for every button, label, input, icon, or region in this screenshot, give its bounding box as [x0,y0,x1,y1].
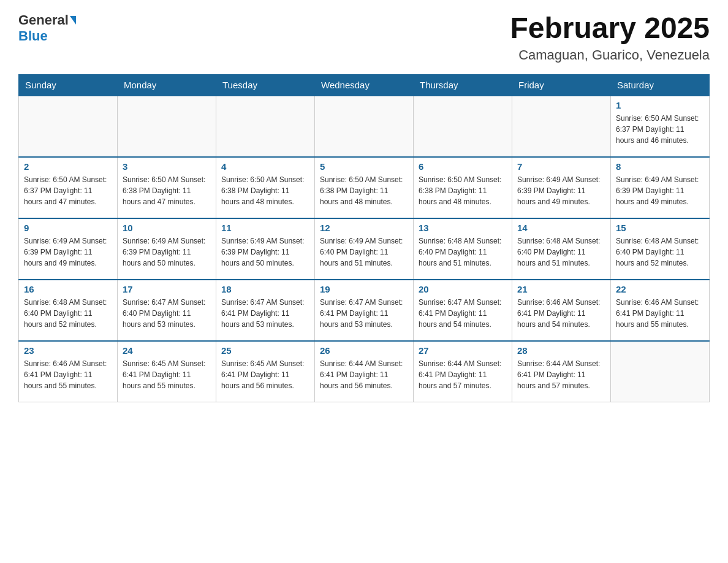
calendar-cell: 25Sunrise: 6:45 AM Sunset: 6:41 PM Dayli… [216,341,315,402]
day-number: 3 [123,161,211,172]
calendar-cell [611,341,710,402]
day-info: Sunrise: 6:49 AM Sunset: 6:39 PM Dayligh… [221,236,309,269]
day-info: Sunrise: 6:50 AM Sunset: 6:38 PM Dayligh… [320,174,408,207]
day-number: 20 [419,284,507,294]
day-info: Sunrise: 6:50 AM Sunset: 6:38 PM Dayligh… [419,174,507,207]
calendar-cell: 22Sunrise: 6:46 AM Sunset: 6:41 PM Dayli… [611,280,710,341]
day-number: 11 [221,223,309,233]
calendar-cell [512,96,611,157]
day-number: 2 [24,161,112,172]
calendar-header: SundayMondayTuesdayWednesdayThursdayFrid… [19,74,710,96]
day-number: 19 [320,284,408,294]
page-header: General Blue February 2025 Camaguan, Gua… [18,12,710,63]
day-info: Sunrise: 6:48 AM Sunset: 6:40 PM Dayligh… [419,236,507,269]
calendar-cell: 7Sunrise: 6:49 AM Sunset: 6:39 PM Daylig… [512,157,611,218]
calendar-week-0: 1Sunrise: 6:50 AM Sunset: 6:37 PM Daylig… [19,96,710,157]
logo: General Blue [18,12,76,44]
calendar-cell [315,96,414,157]
calendar-cell [19,96,118,157]
day-info: Sunrise: 6:49 AM Sunset: 6:39 PM Dayligh… [123,236,211,269]
header-cell-monday: Monday [118,74,216,96]
day-number: 8 [616,161,704,172]
calendar-cell: 10Sunrise: 6:49 AM Sunset: 6:39 PM Dayli… [118,218,216,280]
day-number: 6 [419,161,507,172]
logo-arrow-icon [70,16,76,25]
day-info: Sunrise: 6:47 AM Sunset: 6:41 PM Dayligh… [320,297,408,330]
calendar-cell: 18Sunrise: 6:47 AM Sunset: 6:41 PM Dayli… [216,280,315,341]
logo-general-text: General [18,12,69,28]
calendar-cell: 24Sunrise: 6:45 AM Sunset: 6:41 PM Dayli… [118,341,216,402]
calendar-cell [414,96,512,157]
calendar-cell: 17Sunrise: 6:47 AM Sunset: 6:40 PM Dayli… [118,280,216,341]
location-title: Camaguan, Guarico, Venezuela [510,47,710,63]
day-info: Sunrise: 6:44 AM Sunset: 6:41 PM Dayligh… [517,358,605,391]
day-info: Sunrise: 6:50 AM Sunset: 6:37 PM Dayligh… [616,113,704,146]
day-number: 10 [123,223,211,233]
header-cell-sunday: Sunday [19,74,118,96]
day-info: Sunrise: 6:46 AM Sunset: 6:41 PM Dayligh… [616,297,704,330]
day-info: Sunrise: 6:44 AM Sunset: 6:41 PM Dayligh… [419,358,507,391]
day-number: 4 [221,161,309,172]
calendar-table: SundayMondayTuesdayWednesdayThursdayFrid… [18,74,710,403]
day-info: Sunrise: 6:44 AM Sunset: 6:41 PM Dayligh… [320,358,408,391]
calendar-cell: 1Sunrise: 6:50 AM Sunset: 6:37 PM Daylig… [611,96,710,157]
header-cell-saturday: Saturday [611,74,710,96]
day-info: Sunrise: 6:47 AM Sunset: 6:41 PM Dayligh… [419,297,507,330]
day-info: Sunrise: 6:48 AM Sunset: 6:40 PM Dayligh… [616,236,704,269]
day-number: 24 [123,345,211,356]
day-info: Sunrise: 6:47 AM Sunset: 6:41 PM Dayligh… [221,297,309,330]
calendar-cell: 26Sunrise: 6:44 AM Sunset: 6:41 PM Dayli… [315,341,414,402]
calendar-body: 1Sunrise: 6:50 AM Sunset: 6:37 PM Daylig… [19,96,710,402]
calendar-cell: 9Sunrise: 6:49 AM Sunset: 6:39 PM Daylig… [19,218,118,280]
header-cell-wednesday: Wednesday [315,74,414,96]
day-number: 15 [616,223,704,233]
calendar-cell: 3Sunrise: 6:50 AM Sunset: 6:38 PM Daylig… [118,157,216,218]
day-number: 14 [517,223,605,233]
header-cell-friday: Friday [512,74,611,96]
calendar-cell: 19Sunrise: 6:47 AM Sunset: 6:41 PM Dayli… [315,280,414,341]
title-block: February 2025 Camaguan, Guarico, Venezue… [510,12,710,63]
day-info: Sunrise: 6:46 AM Sunset: 6:41 PM Dayligh… [24,358,112,391]
day-number: 7 [517,161,605,172]
day-info: Sunrise: 6:48 AM Sunset: 6:40 PM Dayligh… [24,297,112,330]
day-info: Sunrise: 6:50 AM Sunset: 6:38 PM Dayligh… [221,174,309,207]
day-number: 17 [123,284,211,294]
day-info: Sunrise: 6:49 AM Sunset: 6:39 PM Dayligh… [616,174,704,207]
day-number: 5 [320,161,408,172]
calendar-cell: 12Sunrise: 6:49 AM Sunset: 6:40 PM Dayli… [315,218,414,280]
calendar-cell: 2Sunrise: 6:50 AM Sunset: 6:37 PM Daylig… [19,157,118,218]
day-number: 12 [320,223,408,233]
month-title: February 2025 [510,12,710,45]
day-info: Sunrise: 6:45 AM Sunset: 6:41 PM Dayligh… [221,358,309,391]
day-number: 13 [419,223,507,233]
calendar-cell [118,96,216,157]
day-info: Sunrise: 6:47 AM Sunset: 6:40 PM Dayligh… [123,297,211,330]
calendar-cell: 16Sunrise: 6:48 AM Sunset: 6:40 PM Dayli… [19,280,118,341]
day-info: Sunrise: 6:46 AM Sunset: 6:41 PM Dayligh… [517,297,605,330]
calendar-cell [216,96,315,157]
day-number: 1 [616,100,704,110]
logo-blue-text: Blue [18,28,48,44]
day-number: 22 [616,284,704,294]
day-number: 23 [24,345,112,356]
calendar-cell: 28Sunrise: 6:44 AM Sunset: 6:41 PM Dayli… [512,341,611,402]
day-info: Sunrise: 6:50 AM Sunset: 6:37 PM Dayligh… [24,174,112,207]
calendar-week-2: 9Sunrise: 6:49 AM Sunset: 6:39 PM Daylig… [19,218,710,280]
day-info: Sunrise: 6:49 AM Sunset: 6:39 PM Dayligh… [517,174,605,207]
header-cell-thursday: Thursday [414,74,512,96]
day-number: 26 [320,345,408,356]
calendar-cell: 20Sunrise: 6:47 AM Sunset: 6:41 PM Dayli… [414,280,512,341]
day-number: 25 [221,345,309,356]
day-info: Sunrise: 6:48 AM Sunset: 6:40 PM Dayligh… [517,236,605,269]
header-cell-tuesday: Tuesday [216,74,315,96]
calendar-cell: 15Sunrise: 6:48 AM Sunset: 6:40 PM Dayli… [611,218,710,280]
day-info: Sunrise: 6:50 AM Sunset: 6:38 PM Dayligh… [123,174,211,207]
calendar-cell: 21Sunrise: 6:46 AM Sunset: 6:41 PM Dayli… [512,280,611,341]
calendar-cell: 13Sunrise: 6:48 AM Sunset: 6:40 PM Dayli… [414,218,512,280]
calendar-week-4: 23Sunrise: 6:46 AM Sunset: 6:41 PM Dayli… [19,341,710,402]
day-info: Sunrise: 6:49 AM Sunset: 6:39 PM Dayligh… [24,236,112,269]
day-number: 21 [517,284,605,294]
day-number: 18 [221,284,309,294]
day-number: 27 [419,345,507,356]
calendar-cell: 11Sunrise: 6:49 AM Sunset: 6:39 PM Dayli… [216,218,315,280]
